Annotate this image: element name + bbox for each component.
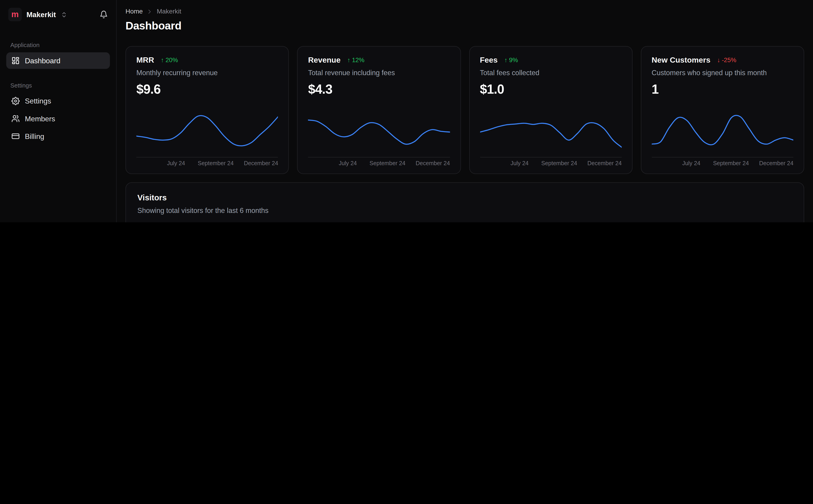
trend-down-arrow-icon: ↓ xyxy=(717,56,720,64)
sidebar-header: m Makerkit xyxy=(6,7,110,22)
sidebar-item-billing[interactable]: Billing xyxy=(6,128,110,145)
x-axis-label: July 24 xyxy=(339,160,357,166)
stat-card-subtitle: Total revenue including fees xyxy=(308,69,450,77)
stat-card-value: $1.0 xyxy=(480,82,622,97)
sidebar-item-dashboard[interactable]: Dashboard xyxy=(6,52,110,69)
trend-badge: ↑ 9% xyxy=(504,56,518,64)
x-axis-label: December 24 xyxy=(244,160,278,166)
credit-card-icon xyxy=(11,132,20,140)
x-axis-label: December 24 xyxy=(587,160,622,166)
stat-card-title: MRR xyxy=(136,56,154,64)
x-axis-label: July 24 xyxy=(510,160,528,166)
makerkit-logo: m xyxy=(8,8,22,21)
trend-badge: ↑ 20% xyxy=(161,56,178,64)
sidebar-item-settings[interactable]: Settings xyxy=(6,93,110,109)
sidebar-item-label: Settings xyxy=(25,97,51,105)
sparkline-wrap: July 24 September 24 December 24 xyxy=(480,106,622,167)
sparkline-x-axis: July 24 September 24 December 24 xyxy=(136,157,278,167)
sparkline-wrap: July 24 September 24 December 24 xyxy=(652,106,793,167)
stat-card-subtitle: Total fees collected xyxy=(480,69,622,77)
x-axis-label: July 24 xyxy=(167,160,185,166)
sparkline-x-axis: July 24 September 24 December 24 xyxy=(308,157,450,167)
breadcrumb: Home Makerkit xyxy=(125,8,804,15)
trend-value: 12% xyxy=(352,56,364,64)
sidebar-item-label: Dashboard xyxy=(25,56,60,65)
sidebar: m Makerkit Application Dashboard Setting… xyxy=(0,0,117,222)
trend-badge: ↑ 12% xyxy=(347,56,365,64)
stat-card-title: Revenue xyxy=(308,56,341,64)
breadcrumb-home[interactable]: Home xyxy=(125,8,143,15)
stat-card-revenue: Revenue ↑ 12% Total revenue including fe… xyxy=(297,46,461,174)
dashboard-icon xyxy=(11,56,20,65)
main-content: Home Makerkit Dashboard MRR ↑ 20% Monthl… xyxy=(117,0,813,222)
sparkline-wrap: July 24 September 24 December 24 xyxy=(308,106,450,167)
sidebar-item-label: Billing xyxy=(25,132,44,140)
sparkline-x-axis: July 24 September 24 December 24 xyxy=(480,157,622,167)
trend-badge: ↓ -25% xyxy=(717,56,736,64)
sidebar-item-members[interactable]: Members xyxy=(6,110,110,127)
sparkline-x-axis: July 24 September 24 December 24 xyxy=(652,157,793,167)
chevron-right-icon xyxy=(146,8,153,15)
notifications-button[interactable] xyxy=(97,8,110,21)
x-axis-label: September 24 xyxy=(370,160,405,166)
users-icon xyxy=(11,114,20,123)
stat-card-mrr: MRR ↑ 20% Monthly recurring revenue $9.6… xyxy=(125,46,289,174)
trend-value: 20% xyxy=(165,56,178,64)
chevrons-up-down-icon xyxy=(61,11,67,18)
trend-value: -25% xyxy=(722,56,736,64)
x-axis-label: December 24 xyxy=(759,160,794,166)
visitors-card: Visitors Showing total visitors for the … xyxy=(125,182,804,222)
visitors-subtitle: Showing total visitors for the last 6 mo… xyxy=(137,207,792,215)
stat-card-fees: Fees ↑ 9% Total fees collected $1.0 July… xyxy=(469,46,633,174)
gear-icon xyxy=(11,97,20,105)
trend-up-arrow-icon: ↑ xyxy=(161,56,164,64)
team-selector[interactable]: m Makerkit xyxy=(6,7,97,22)
breadcrumb-current[interactable]: Makerkit xyxy=(157,8,181,15)
stat-card-subtitle: Customers who signed up this month xyxy=(652,69,793,77)
bell-icon xyxy=(99,10,108,19)
x-axis-label: September 24 xyxy=(541,160,577,166)
stat-card-new-customers: New Customers ↓ -25% Customers who signe… xyxy=(641,46,804,174)
app-root: m Makerkit Application Dashboard Setting… xyxy=(0,0,813,222)
trend-up-arrow-icon: ↑ xyxy=(504,56,507,64)
sidebar-item-label: Members xyxy=(25,114,55,123)
section-label-application: Application xyxy=(10,42,106,48)
stat-card-title: Fees xyxy=(480,56,498,64)
stat-card-value: $4.3 xyxy=(308,82,450,97)
mrr-sparkline-chart xyxy=(136,106,278,156)
team-name: Makerkit xyxy=(27,10,56,19)
page-title: Dashboard xyxy=(125,20,804,32)
trend-value: 9% xyxy=(509,56,518,64)
sparkline-wrap: July 24 September 24 December 24 xyxy=(136,106,278,167)
stat-card-value: $9.6 xyxy=(136,82,278,97)
stat-cards-row: MRR ↑ 20% Monthly recurring revenue $9.6… xyxy=(125,46,804,174)
x-axis-label: September 24 xyxy=(713,160,749,166)
trend-up-arrow-icon: ↑ xyxy=(347,56,351,64)
stat-card-value: 1 xyxy=(652,82,793,97)
new-customers-sparkline-chart xyxy=(652,106,793,156)
visitors-title: Visitors xyxy=(137,193,792,203)
x-axis-label: September 24 xyxy=(198,160,234,166)
stat-card-title: New Customers xyxy=(652,56,710,64)
revenue-sparkline-chart xyxy=(308,106,450,156)
section-label-settings: Settings xyxy=(10,82,106,88)
stat-card-subtitle: Monthly recurring revenue xyxy=(136,69,278,77)
x-axis-label: December 24 xyxy=(416,160,450,166)
fees-sparkline-chart xyxy=(480,106,622,156)
x-axis-label: July 24 xyxy=(682,160,700,166)
